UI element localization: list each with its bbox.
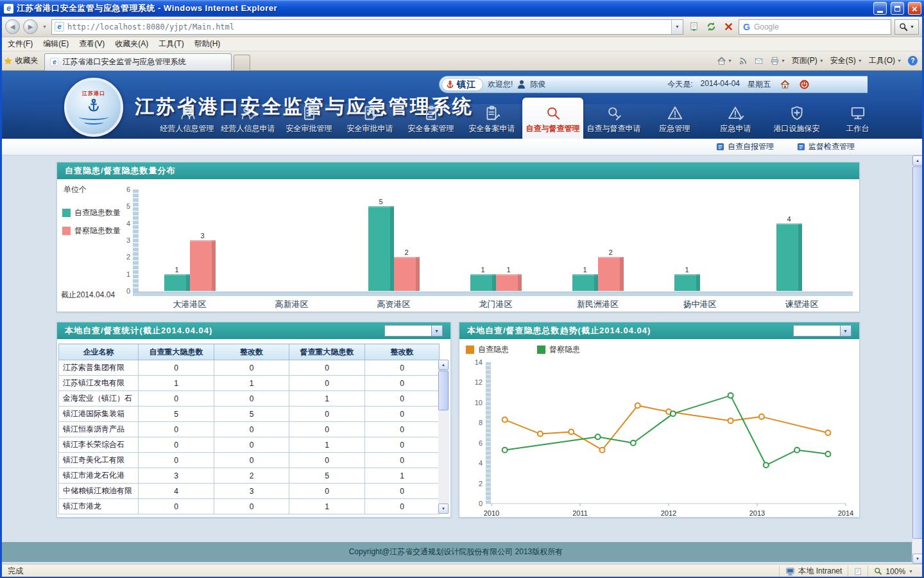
table-row[interactable]: 镇江市港龙石化港3251 — [59, 468, 440, 484]
nav-item[interactable]: 安全备案管理 — [400, 98, 461, 139]
legend-item: 督察隐患数量 — [62, 225, 121, 236]
nav-item[interactable]: 安全备案申请 — [461, 98, 522, 139]
nav-item[interactable]: 自查与督查管理 — [522, 98, 583, 139]
scroll-up-icon[interactable]: ▲ — [912, 155, 923, 166]
forward-button[interactable]: ▶ — [23, 19, 38, 34]
nav-item[interactable]: 工作台 — [827, 98, 888, 139]
y-axis-ticks: 0123456 — [116, 189, 130, 291]
home-button[interactable]: ▼ — [717, 57, 732, 66]
search-input[interactable]: G Google — [739, 19, 891, 35]
panel-title: 本地自查/督查统计(截止2014.04.04) — [65, 325, 212, 337]
table-cell: 0 — [214, 499, 289, 514]
column-header: 自查重大隐患数 — [139, 344, 214, 360]
nav-item[interactable]: 安全审批管理 — [278, 98, 339, 139]
bar-category-label: 新民洲港区 — [547, 299, 649, 310]
menu-item[interactable]: 帮助(H) — [189, 37, 226, 51]
legend-item: 督察隐患 — [537, 344, 580, 355]
toolbar-button[interactable]: 工具(O)▼ — [869, 55, 902, 66]
favorites-button[interactable]: 收藏夹 — [15, 55, 38, 66]
table-row[interactable]: 中储粮镇江粮油有限4300 — [59, 484, 440, 499]
bar — [164, 274, 190, 291]
nav-item[interactable]: 应急申请 — [705, 98, 766, 139]
table-row[interactable]: 金海宏业（镇江）石0010 — [59, 391, 440, 407]
feeds-button[interactable] — [739, 57, 748, 66]
nav-item[interactable]: 应急管理 — [644, 98, 705, 139]
chevron-down-icon: ▼ — [909, 569, 913, 574]
table-row[interactable]: 江苏镇江发电有限1100 — [59, 376, 440, 391]
history-dropdown-icon[interactable]: ▼ — [41, 24, 48, 29]
doc-edit-icon — [362, 102, 379, 121]
menu-item[interactable]: 工具(T) — [153, 37, 189, 51]
legend-swatch — [62, 227, 71, 235]
minimize-button[interactable] — [873, 2, 887, 15]
logout-button[interactable] — [800, 80, 809, 89]
page-scrollbar[interactable]: ▲ ▼ — [912, 155, 922, 564]
maximize-icon — [894, 6, 900, 12]
menu-item[interactable]: 查看(V) — [74, 37, 110, 51]
address-dropdown[interactable]: ▼ — [671, 20, 683, 34]
mail-button[interactable] — [754, 57, 764, 65]
search-button[interactable]: ▼ — [894, 19, 919, 35]
svg-text:2013: 2013 — [749, 509, 765, 517]
table-cell: 镇江港国际集装箱 — [59, 407, 139, 422]
home-shortcut-button[interactable] — [780, 80, 790, 89]
back-button[interactable]: ◀ — [5, 19, 20, 34]
legend-label: 督察隐患数量 — [74, 225, 121, 236]
table-row[interactable]: 镇江李长荣综合石0010 — [59, 437, 440, 453]
browser-tab[interactable]: e 江苏省港口安全监管与应急管理系统 — [44, 53, 232, 71]
column-header: 整改数 — [214, 344, 289, 360]
toolbar-button[interactable]: 页面(P)▼ — [792, 55, 824, 66]
nav-item[interactable]: 自查与督查申请 — [583, 98, 644, 139]
scroll-up-icon[interactable]: ▲ — [438, 360, 449, 370]
table-row[interactable]: 镇江奇美化工有限0000 — [59, 453, 440, 468]
subnav-item[interactable]: 自查自报管理 — [716, 141, 774, 152]
bar-value-label: 4 — [787, 215, 791, 223]
table-scrollbar[interactable]: ▲ ▼ — [438, 360, 449, 514]
bar-value-label: 2 — [404, 249, 408, 256]
table-row[interactable]: 镇江恒泰沥青产品0000 — [59, 422, 440, 437]
scroll-down-icon[interactable]: ▼ — [438, 504, 449, 514]
nav-item-label: 安全审批管理 — [286, 123, 332, 134]
table-cell: 镇江李长荣综合石 — [59, 437, 139, 453]
print-button[interactable]: ▼ — [770, 57, 785, 66]
zoom-control[interactable]: 100% ▼ — [868, 566, 919, 577]
menu-item[interactable]: 编辑(E) — [38, 37, 74, 51]
combo-value — [793, 325, 841, 337]
help-button[interactable]: ? — [908, 56, 918, 66]
nav-item[interactable]: 港口设施保安 — [766, 98, 827, 139]
table-row[interactable]: 江苏索普集团有限0000 — [59, 360, 440, 376]
computer-icon — [785, 567, 795, 576]
favorites-star-icon[interactable]: ★ — [4, 55, 12, 67]
table-row[interactable]: 镇江市港龙0010 — [59, 499, 440, 514]
nav-item[interactable]: 经营人信息申请 — [218, 98, 278, 139]
y-tick-label: 6 — [126, 186, 130, 193]
new-tab-button[interactable] — [234, 55, 250, 71]
address-bar[interactable]: e http://localhost:8080/yjpt/Main.html ▼ — [51, 19, 683, 35]
menu-item[interactable]: 文件(F) — [3, 37, 38, 51]
nav-item[interactable]: 安全审批申请 — [339, 98, 400, 139]
table-cell: 2 — [214, 468, 289, 484]
favorites-bar: ★ 收藏夹 e 江苏省港口安全监管与应急管理系统 ▼ ▼ 页面(P)▼安全(S)… — [0, 51, 924, 71]
svg-text:6: 6 — [479, 439, 483, 447]
nav-item[interactable]: 经营人信息管理 — [157, 98, 218, 139]
table-row[interactable]: 镇江港国际集装箱5500 — [59, 407, 440, 422]
table-filter-combo[interactable]: ▼ — [384, 325, 443, 337]
refresh-button[interactable] — [704, 20, 718, 34]
scroll-thumb[interactable] — [912, 166, 923, 539]
scroll-thumb[interactable] — [438, 371, 449, 410]
trend-filter-combo[interactable]: ▼ — [793, 325, 851, 337]
compatibility-view-button[interactable] — [687, 20, 701, 34]
maximize-button[interactable] — [891, 2, 904, 15]
y-axis-line — [133, 189, 139, 292]
stop-button[interactable] — [721, 20, 735, 34]
menu-item[interactable]: 收藏夹(A) — [110, 37, 153, 51]
status-zone: 本地 Intranet — [779, 566, 848, 577]
legend-label: 自查隐患 — [478, 344, 509, 355]
bar-group: 52 — [343, 198, 445, 291]
bar — [470, 274, 496, 291]
scroll-down-icon[interactable]: ▼ — [912, 554, 923, 564]
close-button[interactable]: × — [908, 2, 921, 15]
welcome-label: 欢迎您! — [488, 79, 513, 90]
toolbar-button[interactable]: 安全(S)▼ — [830, 55, 862, 66]
subnav-item[interactable]: 监督检查管理 — [797, 141, 855, 152]
